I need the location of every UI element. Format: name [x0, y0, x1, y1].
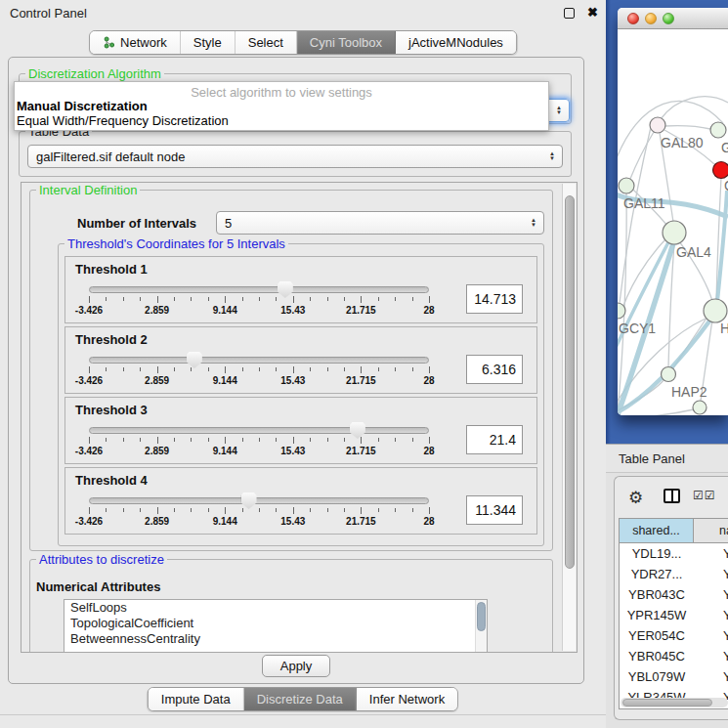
zoom-traffic-light-icon[interactable]: [663, 13, 674, 24]
tick-label: 28: [423, 375, 434, 386]
tick-mark: [157, 366, 158, 373]
cell-shared-name: YPR145W: [620, 605, 694, 625]
numerical-attributes-list[interactable]: SelfLoopsTopologicalCoefficientBetweenne…: [64, 599, 488, 653]
table-row[interactable]: YER054CYER0: [620, 625, 728, 646]
close-icon[interactable]: ✖: [587, 5, 598, 20]
tick-mark: [140, 367, 141, 371]
tick-mark: [361, 507, 362, 514]
tick-label: 9.144: [213, 516, 237, 527]
table-row[interactable]: YBR043CYBR0: [620, 584, 728, 605]
cell-name: YER0: [694, 625, 728, 646]
apply-button[interactable]: Apply: [262, 655, 330, 677]
network-node-label: GCY1: [619, 321, 656, 336]
column-header-name[interactable]: na: [719, 519, 728, 543]
threshold-value-field[interactable]: [466, 355, 523, 384]
attribute-item-selfloops[interactable]: SelfLoops: [64, 600, 487, 616]
table-hscrollbar-thumb[interactable]: [622, 699, 712, 707]
table-body: YDL19...YDL1YDR27...YDR2YBR043CYBR0YPR14…: [620, 543, 728, 700]
table-row[interactable]: YPR145WYPR1: [620, 605, 728, 625]
attribute-item-betweennesscentrality[interactable]: BetweennessCentrality: [64, 631, 487, 647]
tick-mark: [344, 508, 345, 512]
table-row[interactable]: YDR27...YDR2: [620, 564, 728, 584]
settings-vertical-scrollbar[interactable]: [562, 184, 576, 651]
network-edge: [618, 409, 694, 415]
threshold-label: Threshold 3: [75, 403, 148, 417]
minimize-traffic-light-icon[interactable]: [645, 13, 657, 24]
tick-mark: [378, 508, 379, 512]
network-node-gal4[interactable]: [663, 221, 686, 244]
tab-label: Style: [193, 35, 222, 50]
network-edge-thick: [717, 191, 727, 302]
tick-mark: [208, 297, 209, 301]
attribute-list-scrollbar[interactable]: [475, 600, 487, 653]
slider-track[interactable]: [89, 286, 429, 293]
node-table: shared... na YDL19...YDL1YDR27...YDR2YBR…: [619, 518, 728, 709]
network-window: GAL80GACGAL11GAL4GCY1HHAP2: [618, 8, 728, 415]
number-of-intervals-select[interactable]: 5 ▲ ▼: [216, 211, 544, 235]
tick-mark: [157, 296, 158, 303]
close-traffic-light-icon[interactable]: [627, 13, 639, 24]
network-node-h[interactable]: [704, 299, 727, 322]
threshold-value-field[interactable]: [466, 425, 523, 454]
right-panel: GAL80GACGAL11GAL4GCY1HHAP2 Table Panel ⚙…: [606, 0, 728, 728]
network-view-frame: GAL80GACGAL11GAL4GCY1HHAP2: [606, 0, 728, 445]
tab-style[interactable]: Style: [181, 31, 236, 54]
tab-discretize-data[interactable]: Discretize Data: [244, 688, 357, 710]
tick-mark: [242, 367, 243, 371]
slider-track[interactable]: [89, 427, 429, 434]
threshold-card-2: Threshold 2-3.4262.8599.14415.4321.71528: [64, 326, 537, 394]
tab-network[interactable]: Network: [90, 31, 181, 54]
gear-icon[interactable]: ⚙: [628, 488, 643, 508]
tick-mark: [259, 367, 260, 371]
tick-mark: [361, 366, 362, 373]
table-row[interactable]: YBR045CYBR0: [620, 646, 728, 666]
column-layout-icon[interactable]: [664, 489, 680, 503]
slider-track[interactable]: [89, 357, 429, 364]
threshold-label: Threshold 1: [75, 262, 148, 277]
table-data-select[interactable]: galFiltered.sif default node ▲ ▼: [27, 145, 563, 168]
checkbox-icons[interactable]: ☑☑: [693, 489, 716, 502]
table-row[interactable]: YBL079WYBL0: [620, 666, 728, 687]
discretization-algorithm-group-title: Discretization Algorithm: [25, 66, 164, 81]
network-edge: [620, 127, 651, 303]
tab-infer-network[interactable]: Infer Network: [357, 688, 457, 710]
tab-select[interactable]: Select: [236, 31, 297, 54]
tick-label: 15.43: [280, 446, 305, 456]
table-horizontal-scrollbar[interactable]: [621, 698, 728, 707]
tick-mark: [378, 438, 379, 442]
tick-mark: [276, 508, 277, 512]
attribute-list-scrollbar-thumb[interactable]: [477, 602, 486, 631]
threshold-slider: -3.4262.8599.14415.4321.71528: [65, 491, 536, 534]
cell-shared-name: YDR27...: [620, 564, 694, 584]
slider-tick-labels: -3.4262.8599.14415.4321.71528: [89, 305, 429, 317]
tick-mark: [225, 507, 226, 514]
threshold-value-field[interactable]: [466, 284, 523, 314]
threshold-card-3: Threshold 3-3.4262.8599.14415.4321.71528: [64, 397, 537, 464]
tick-mark: [191, 297, 192, 301]
network-node-hap2[interactable]: [662, 367, 676, 382]
network-node-gal11[interactable]: [619, 178, 634, 193]
network-node-label: GA: [721, 140, 728, 155]
network-node-gal80[interactable]: [650, 117, 665, 133]
tab-impute-data[interactable]: Impute Data: [149, 688, 244, 710]
network-node[interactable]: [693, 401, 707, 414]
threshold-cards: Threshold 1-3.4262.8599.14415.4321.71528…: [59, 256, 543, 535]
network-canvas[interactable]: GAL80GACGAL11GAL4GCY1HHAP2: [618, 29, 728, 415]
tab-cyni-toolbox[interactable]: Cyni Toolbox: [297, 31, 396, 54]
tick-mark: [123, 297, 124, 301]
table-panel-title: Table Panel: [619, 451, 685, 466]
network-node-ga[interactable]: [710, 122, 726, 138]
threshold-value-field[interactable]: [466, 495, 523, 525]
cell-shared-name: YER054C: [620, 625, 694, 646]
algorithm-option-equal-width[interactable]: Equal Width/Frequency Discretization: [15, 113, 548, 128]
float-window-icon[interactable]: [564, 8, 575, 19]
tab-label: Select: [248, 35, 283, 50]
network-node-c[interactable]: [713, 162, 728, 179]
attribute-item-topologicalcoefficient[interactable]: TopologicalCoefficient: [64, 616, 487, 631]
column-header-shared-name[interactable]: shared...: [620, 519, 694, 542]
table-row[interactable]: YDL19...YDL1: [620, 543, 728, 564]
tab-jactivemnodules[interactable]: jActiveMNodules: [396, 31, 516, 54]
settings-scrollbar-thumb[interactable]: [565, 195, 575, 569]
algorithm-option-manual[interactable]: Manual Discretization: [15, 99, 548, 113]
slider-track[interactable]: [89, 497, 429, 504]
